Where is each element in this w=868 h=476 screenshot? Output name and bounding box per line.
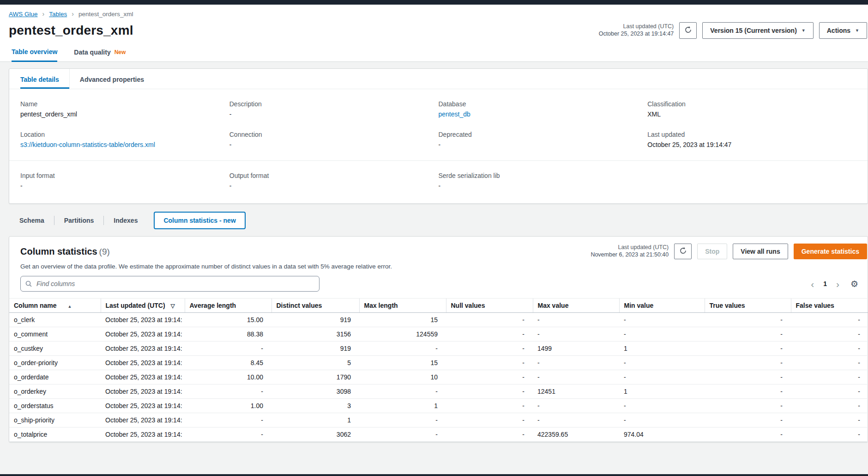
- last-updated-value: October 25, 2023 at 19:14:47: [599, 31, 674, 38]
- breadcrumb-separator: ›: [72, 10, 74, 18]
- refresh-button[interactable]: [679, 22, 697, 39]
- field-database: Database pentest_db: [439, 100, 648, 118]
- sort-ascending-icon[interactable]: ▲: [68, 304, 72, 309]
- stop-button[interactable]: Stop: [697, 244, 727, 259]
- page-number-button[interactable]: 1: [820, 279, 831, 288]
- stat-cell: -: [533, 327, 619, 342]
- table-row: o_orderstatusOctober 25, 2023 at 19:14:1…: [9, 399, 868, 413]
- field-label: Last updated: [647, 131, 856, 138]
- field-connection: Connection -: [229, 131, 439, 148]
- stats-title-wrap: Column statistics (9): [20, 246, 110, 257]
- column-header[interactable]: Null values: [446, 299, 533, 313]
- field-name: Name pentest_orders_xml: [20, 100, 229, 118]
- stat-cell: -: [533, 413, 619, 427]
- tab-table-overview[interactable]: Table overview: [12, 48, 57, 62]
- stats-last-updated-value: November 6, 2023 at 21:50:40: [591, 251, 669, 259]
- column-header[interactable]: True values: [705, 299, 791, 313]
- table-details-card: Table details Advanced properties Name p…: [9, 68, 868, 204]
- stat-cell: -: [533, 356, 619, 370]
- stat-cell: -: [185, 427, 271, 442]
- field-value: -: [229, 110, 439, 118]
- tab-column-statistics[interactable]: Column statistics - new: [154, 212, 245, 229]
- stat-cell: -: [359, 427, 446, 442]
- actions-dropdown[interactable]: Actions ▼: [819, 22, 867, 39]
- tab-data-quality[interactable]: Data quality New: [74, 48, 126, 61]
- field-value: -: [439, 141, 648, 148]
- stat-cell: 1: [271, 413, 359, 427]
- view-all-runs-button[interactable]: View all runs: [733, 244, 788, 259]
- column-name-cell: o_orderdate: [9, 370, 101, 384]
- s3-location-link[interactable]: s3://kietduon-column-statistics-table/or…: [20, 141, 155, 148]
- stat-cell: October 25, 2023 at 19:14:: [101, 327, 185, 342]
- stat-cell: 3156: [271, 327, 359, 342]
- tab-indexes[interactable]: Indexes: [104, 217, 147, 224]
- field-value: -: [20, 182, 229, 189]
- preferences-gear-icon[interactable]: ⚙: [845, 278, 861, 290]
- generate-statistics-button[interactable]: Generate statistics: [794, 244, 867, 259]
- stat-cell: -: [533, 313, 619, 327]
- table-row: o_orderkeyOctober 25, 2023 at 19:14:-309…: [9, 384, 868, 399]
- stats-actions: Last updated (UTC) November 6, 2023 at 2…: [591, 244, 868, 259]
- column-header[interactable]: Min value: [619, 299, 705, 313]
- field-value: -: [229, 182, 439, 189]
- chevron-down-icon: ▼: [802, 28, 806, 33]
- column-header[interactable]: False values: [791, 299, 868, 313]
- column-header[interactable]: Last updated (UTC)▽: [101, 299, 185, 313]
- stat-cell: -: [533, 370, 619, 384]
- stat-cell: -: [791, 313, 868, 327]
- column-header-label: True values: [710, 302, 745, 309]
- pagination: ‹ 1 › ⚙: [807, 278, 861, 290]
- stat-cell: 5: [271, 356, 359, 370]
- stat-cell: 12451: [533, 384, 619, 399]
- column-header-label: Average length: [190, 302, 236, 309]
- stat-cell: October 25, 2023 at 19:14:: [101, 342, 185, 356]
- last-updated-label: Last updated (UTC): [599, 23, 674, 31]
- refresh-icon: [679, 247, 687, 256]
- breadcrumb-link-tables[interactable]: Tables: [49, 11, 67, 18]
- field-empty: [647, 172, 856, 189]
- new-badge: New: [115, 49, 126, 55]
- field-value: -: [229, 141, 439, 148]
- breadcrumb-link-aws-glue[interactable]: AWS Glue: [9, 11, 38, 18]
- column-header[interactable]: Average length: [185, 299, 271, 313]
- database-link[interactable]: pentest_db: [439, 110, 470, 118]
- tab-schema[interactable]: Schema: [9, 217, 54, 224]
- details-fields-row-1: Name pentest_orders_xml Description - Da…: [9, 89, 868, 148]
- stat-cell: -: [705, 356, 791, 370]
- stat-cell: -: [446, 356, 533, 370]
- table-row: o_ship-priorityOctober 25, 2023 at 19:14…: [9, 413, 868, 427]
- stat-cell: -: [705, 342, 791, 356]
- tab-advanced-properties[interactable]: Advanced properties: [69, 69, 154, 89]
- next-page-button[interactable]: ›: [832, 278, 843, 290]
- stat-cell: -: [446, 384, 533, 399]
- field-serde-lib: Serde serialization lib -: [439, 172, 648, 189]
- console-top-bar: [0, 0, 868, 5]
- stat-cell: 124559: [359, 327, 446, 342]
- stat-cell: -: [791, 384, 868, 399]
- tab-table-details[interactable]: Table details: [20, 69, 69, 89]
- column-header[interactable]: Max length: [359, 299, 446, 313]
- stat-cell: -: [446, 313, 533, 327]
- stat-cell: 10.00: [185, 370, 271, 384]
- column-header[interactable]: Max value: [533, 299, 619, 313]
- column-header-label: Min value: [624, 302, 654, 309]
- filter-icon[interactable]: ▽: [171, 303, 175, 309]
- stats-description: Get an overview of the data profile. We …: [9, 259, 868, 270]
- version-dropdown[interactable]: Version 15 (Current version) ▼: [702, 22, 813, 39]
- column-header-label: Null values: [451, 302, 485, 309]
- stat-cell: October 25, 2023 at 19:14:: [101, 399, 185, 413]
- stat-cell: -: [791, 342, 868, 356]
- column-name-cell: o_custkey: [9, 342, 101, 356]
- breadcrumb-separator: ›: [42, 10, 45, 18]
- stat-cell: -: [791, 399, 868, 413]
- column-header[interactable]: Distinct values: [271, 299, 359, 313]
- field-value: -: [439, 182, 648, 189]
- find-columns-input[interactable]: [20, 276, 319, 292]
- stats-refresh-button[interactable]: [674, 244, 692, 259]
- previous-page-button[interactable]: ‹: [807, 278, 818, 290]
- tab-partitions[interactable]: Partitions: [54, 217, 104, 224]
- column-header[interactable]: Column name▲: [9, 299, 101, 313]
- stats-table-header-row: Column name▲Last updated (UTC)▽Average l…: [9, 299, 868, 313]
- field-description: Description -: [229, 100, 439, 118]
- stat-cell: 88.38: [185, 327, 271, 342]
